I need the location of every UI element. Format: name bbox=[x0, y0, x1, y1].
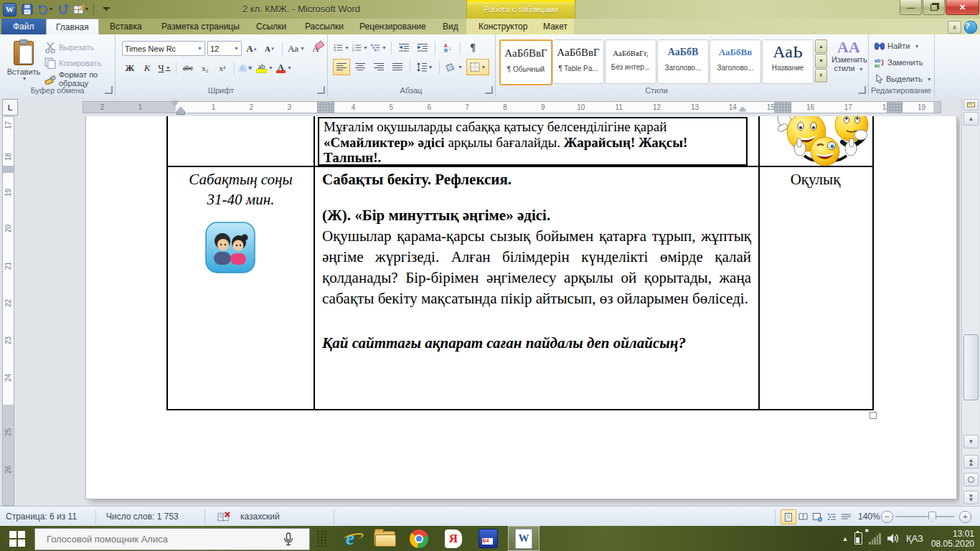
tab-file[interactable]: Файл bbox=[1, 19, 46, 34]
taskbar-yandex-browser[interactable]: Я bbox=[438, 526, 469, 551]
vertical-scrollbar[interactable]: ▲ ▼ ▲▲ ▼▼ bbox=[961, 98, 979, 506]
taskbar-dots-grid[interactable] bbox=[313, 526, 330, 551]
styles-scroll-down-button[interactable]: ▼ bbox=[815, 54, 827, 67]
select-browse-object-button[interactable] bbox=[963, 473, 979, 486]
ruler-table-marker-2[interactable] bbox=[774, 102, 791, 113]
decrease-indent-button[interactable] bbox=[395, 39, 413, 56]
paste-button[interactable]: Вставить ▼ bbox=[6, 39, 42, 86]
clear-formatting-button[interactable]: А bbox=[308, 40, 324, 57]
network-signal-icon[interactable] bbox=[869, 533, 881, 545]
align-left-button[interactable] bbox=[333, 59, 350, 75]
shading-button[interactable]: ▼ bbox=[443, 59, 465, 75]
ruler-table-marker-1[interactable] bbox=[317, 102, 334, 113]
language-indicator[interactable]: казахский bbox=[212, 507, 286, 527]
tab-stop-selector[interactable]: L bbox=[2, 99, 18, 116]
table-resize-handle[interactable] bbox=[870, 412, 877, 419]
style-heading1[interactable]: АаБбВ Заголово... bbox=[657, 39, 709, 84]
taskbar-journal-app[interactable] bbox=[472, 526, 504, 551]
tab-mailings[interactable]: Рассылки bbox=[296, 19, 353, 34]
align-right-button[interactable] bbox=[370, 59, 387, 75]
tab-table-design[interactable]: Конструктор bbox=[469, 19, 537, 34]
highlight-button[interactable]: ab ▼ bbox=[255, 60, 274, 76]
battery-icon[interactable] bbox=[854, 532, 862, 545]
outline-view-button[interactable] bbox=[824, 509, 839, 524]
justify-button[interactable] bbox=[389, 59, 406, 75]
font-dialog-launcher[interactable] bbox=[317, 86, 325, 94]
style-heading2[interactable]: АаБбВв Заголово... bbox=[710, 39, 761, 84]
tab-review[interactable]: Рецензирование bbox=[350, 19, 435, 34]
page-indicator[interactable]: Страница: 6 из 11 bbox=[0, 507, 83, 527]
search-input[interactable] bbox=[45, 533, 278, 545]
right-indent-marker[interactable] bbox=[739, 107, 746, 111]
select-button[interactable]: Выделить▼ bbox=[872, 71, 934, 87]
bullets-button[interactable]: ▼ bbox=[333, 39, 350, 56]
smiley-wink-thumbs-image[interactable] bbox=[791, 136, 859, 167]
style-table-paragraph[interactable]: АаБбВвГ ¶ Table Pa... bbox=[552, 39, 604, 84]
taskbar-clock[interactable]: 13:01 08.05.2020 bbox=[931, 529, 974, 549]
styles-scroll-up-button[interactable]: ▲ bbox=[815, 39, 827, 53]
show-hidden-icons-button[interactable]: ▲ bbox=[842, 535, 849, 542]
cut-button[interactable]: Вырезать bbox=[42, 39, 97, 55]
restore-button[interactable] bbox=[923, 0, 945, 15]
styles-gallery-more-button[interactable]: ⇟ bbox=[815, 69, 827, 83]
borders-button[interactable]: ▼ bbox=[466, 59, 489, 75]
format-painter-button[interactable]: Формат по образцу bbox=[42, 71, 115, 87]
web-layout-view-button[interactable] bbox=[809, 509, 825, 524]
draw-table-button[interactable]: ▼ bbox=[74, 2, 88, 17]
grow-font-button[interactable]: А▲ bbox=[244, 40, 260, 57]
font-color-button[interactable]: А ▼ bbox=[275, 60, 293, 76]
subscript-button[interactable]: x₂ bbox=[197, 60, 213, 76]
line-spacing-button[interactable]: ▼ bbox=[414, 59, 435, 75]
style-title[interactable]: АаЬ Название bbox=[762, 39, 814, 84]
font-size-combobox[interactable]: 12▼ bbox=[207, 41, 242, 56]
style-no-spacing[interactable]: АаБбВвГг, Без интер... bbox=[605, 39, 656, 84]
undo-button[interactable]: ▼ bbox=[38, 2, 52, 17]
scroll-down-button[interactable]: ▼ bbox=[963, 435, 979, 448]
scrollbar-thumb[interactable] bbox=[963, 334, 979, 400]
minimize-ribbon-button[interactable]: ∧ bbox=[948, 21, 961, 34]
font-family-combobox[interactable]: Times New Rc▼ bbox=[122, 41, 205, 56]
tab-home[interactable]: Главная bbox=[46, 19, 99, 35]
superscript-button[interactable]: x² bbox=[215, 60, 230, 76]
underline-button[interactable]: Ч▼ bbox=[156, 60, 172, 76]
print-layout-view-button[interactable] bbox=[781, 509, 796, 524]
pair-work-image[interactable] bbox=[205, 221, 255, 274]
tab-references[interactable]: Ссылки bbox=[247, 19, 296, 34]
lesson-content-cell[interactable]: Сабақты бекіту. Рефлексия. (Ж). «Бір мин… bbox=[322, 169, 751, 354]
taskbar-file-explorer[interactable] bbox=[369, 526, 400, 551]
taskbar-search-box[interactable] bbox=[34, 528, 310, 550]
first-line-indent-marker[interactable] bbox=[171, 101, 179, 105]
paragraph-dialog-launcher[interactable] bbox=[485, 86, 493, 94]
find-button[interactable]: Найти▼ bbox=[872, 38, 921, 54]
fullscreen-reading-view-button[interactable] bbox=[795, 509, 811, 524]
close-button[interactable]: ✕ bbox=[946, 0, 979, 15]
multilevel-list-button[interactable]: ▼ bbox=[370, 39, 387, 56]
clipboard-dialog-launcher[interactable] bbox=[105, 86, 113, 94]
text-effects-button[interactable]: А▼ bbox=[238, 60, 254, 76]
styles-dialog-launcher[interactable] bbox=[858, 86, 866, 94]
redo-button[interactable] bbox=[56, 2, 70, 17]
bold-button[interactable]: Ж bbox=[122, 60, 138, 76]
draft-view-button[interactable] bbox=[838, 509, 854, 524]
taskbar-chrome[interactable] bbox=[403, 526, 435, 551]
shrink-font-button[interactable]: А▼ bbox=[262, 40, 278, 57]
increase-indent-button[interactable] bbox=[414, 39, 431, 56]
next-page-button[interactable]: ▼▼ bbox=[963, 491, 979, 504]
scroll-up-button[interactable]: ▲ bbox=[963, 112, 979, 126]
change-case-button[interactable]: Аа▼ bbox=[287, 40, 306, 57]
style-normal[interactable]: АаБбВвГ ¶ Обычный bbox=[499, 39, 552, 85]
show-marks-button[interactable]: ¶ bbox=[464, 39, 481, 56]
document-page[interactable]: Мұғалім оқушыларды сабаққа қатысу белсен… bbox=[86, 116, 956, 499]
replace-button[interactable]: ab ac Заменить bbox=[872, 55, 925, 70]
numbering-button[interactable]: 123 ▼ bbox=[352, 39, 369, 56]
copy-button[interactable]: Копировать bbox=[42, 55, 104, 71]
strikethrough-button[interactable]: abc bbox=[180, 60, 196, 76]
minimize-button[interactable]: — bbox=[900, 0, 922, 15]
italic-button[interactable]: К bbox=[139, 60, 155, 76]
sort-button[interactable]: А Я ↓ bbox=[439, 39, 456, 56]
tab-table-layout[interactable]: Макет bbox=[534, 19, 577, 34]
previous-page-button[interactable]: ▲▲ bbox=[963, 455, 979, 468]
word-app-icon[interactable]: W bbox=[3, 3, 17, 17]
zoom-in-button[interactable]: + bbox=[959, 511, 971, 523]
start-button[interactable] bbox=[0, 526, 34, 551]
